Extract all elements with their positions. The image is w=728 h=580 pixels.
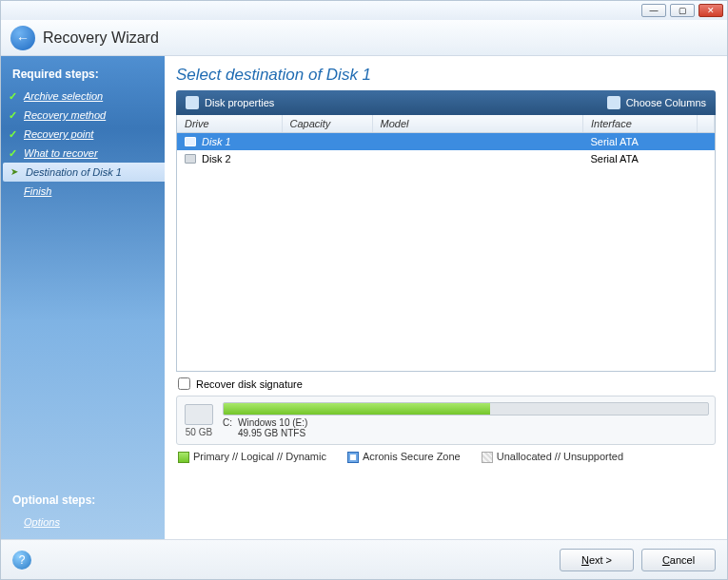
usage-fill-primary <box>224 403 490 415</box>
help-icon: ? <box>19 553 26 567</box>
back-button[interactable]: ← <box>10 26 35 50</box>
drive-name: Disk 2 <box>202 153 231 164</box>
col-interface[interactable]: Interface <box>583 115 698 133</box>
col-expand[interactable] <box>698 115 715 133</box>
col-drive[interactable]: Drive <box>177 115 282 133</box>
page-title: Recovery Wizard <box>43 29 159 47</box>
legend-primary: Primary // Logical // Dynamic <box>178 451 326 463</box>
step-finish[interactable]: Finish <box>1 182 165 201</box>
step-recovery-method[interactable]: Recovery method <box>1 106 165 125</box>
step-archive-selection[interactable]: Archive selection <box>1 87 165 106</box>
drive-interface: Serial ATA <box>583 150 698 167</box>
recover-disk-signature[interactable]: Recover disk signature <box>176 372 716 396</box>
columns-icon <box>607 96 620 109</box>
disk-table: Drive Capacity Model Interface Disk 1 <box>176 115 716 372</box>
usage-partition-name: Windows 10 (E:) <box>238 417 307 428</box>
usage-track: C: Windows 10 (E:) 49.95 GB NTFS <box>223 402 709 438</box>
titlebar: — ▢ ✕ <box>1 1 727 20</box>
drive-interface: Serial ATA <box>583 133 698 151</box>
choose-columns-button[interactable]: Choose Columns <box>598 96 716 109</box>
cancel-label-rest: ancel <box>670 554 695 566</box>
step-recovery-point[interactable]: Recovery point <box>1 125 165 144</box>
step-options[interactable]: Options <box>1 512 165 532</box>
properties-icon <box>186 96 199 109</box>
main-title: Select destination of Disk 1 <box>176 66 716 85</box>
close-button[interactable]: ✕ <box>698 4 723 17</box>
arrow-left-icon: ← <box>16 30 30 46</box>
recover-disk-signature-label: Recover disk signature <box>196 378 303 390</box>
disk-total-size: 50 GB <box>186 427 212 437</box>
legend: Primary // Logical // Dynamic Acronis Se… <box>176 445 716 471</box>
sidebar-spacer <box>1 201 165 490</box>
cancel-button[interactable]: Cancel <box>641 549 716 571</box>
hard-disk-icon <box>185 404 213 425</box>
swatch-blue-icon <box>347 452 359 463</box>
body: Required steps: Archive selection Recove… <box>1 56 727 539</box>
required-steps-label: Required steps: <box>1 64 165 87</box>
sidebar: Required steps: Archive selection Recove… <box>1 56 165 539</box>
step-what-to-recover[interactable]: What to recover <box>1 144 165 163</box>
disk-usage-panel: 50 GB C: Windows 10 (E:) 49.95 GB NTFS <box>176 396 716 445</box>
disk-icon <box>185 154 196 164</box>
usage-graph[interactable] <box>223 402 709 416</box>
legend-secure-zone: Acronis Secure Zone <box>347 451 461 463</box>
drive-model <box>372 133 583 151</box>
table-row[interactable]: Disk 1 Serial ATA <box>177 133 715 151</box>
usage-drive-letter: C: <box>223 417 232 438</box>
footer: ? Next > Cancel <box>1 539 727 579</box>
recovery-wizard-window: — ▢ ✕ ← Recovery Wizard Required steps: … <box>0 0 728 580</box>
usage-disk-icon-block: 50 GB <box>183 404 215 437</box>
drive-capacity <box>282 133 372 151</box>
header: ← Recovery Wizard <box>1 20 727 56</box>
disk-properties-label: Disk properties <box>205 97 274 108</box>
legend-unallocated: Unallocated // Unsupported <box>482 451 623 463</box>
col-model[interactable]: Model <box>372 115 583 133</box>
main-panel: Select destination of Disk 1 Disk proper… <box>165 56 727 539</box>
disk-toolbar: Disk properties Choose Columns <box>176 90 716 115</box>
maximize-button[interactable]: ▢ <box>670 4 695 17</box>
next-button[interactable]: Next > <box>560 549 634 571</box>
choose-columns-label: Choose Columns <box>626 97 706 108</box>
usage-partition-info: 49.95 GB NTFS <box>238 428 305 438</box>
step-destination[interactable]: Destination of Disk 1 <box>3 163 165 182</box>
drive-name: Disk 1 <box>202 136 231 147</box>
next-label-rest: ext > <box>589 554 612 566</box>
disk-properties-button[interactable]: Disk properties <box>176 96 598 109</box>
disk-icon <box>185 137 196 146</box>
col-capacity[interactable]: Capacity <box>282 115 372 133</box>
drive-model <box>372 150 583 167</box>
minimize-button[interactable]: — <box>641 4 666 17</box>
table-row[interactable]: Disk 2 Serial ATA <box>177 150 715 167</box>
drive-capacity <box>282 150 372 167</box>
help-button[interactable]: ? <box>12 551 31 570</box>
swatch-green-icon <box>178 452 189 463</box>
table-header-row: Drive Capacity Model Interface <box>177 115 715 133</box>
optional-steps-label: Optional steps: <box>1 490 165 512</box>
swatch-grey-icon <box>482 452 493 463</box>
recover-disk-signature-checkbox[interactable] <box>178 377 190 390</box>
